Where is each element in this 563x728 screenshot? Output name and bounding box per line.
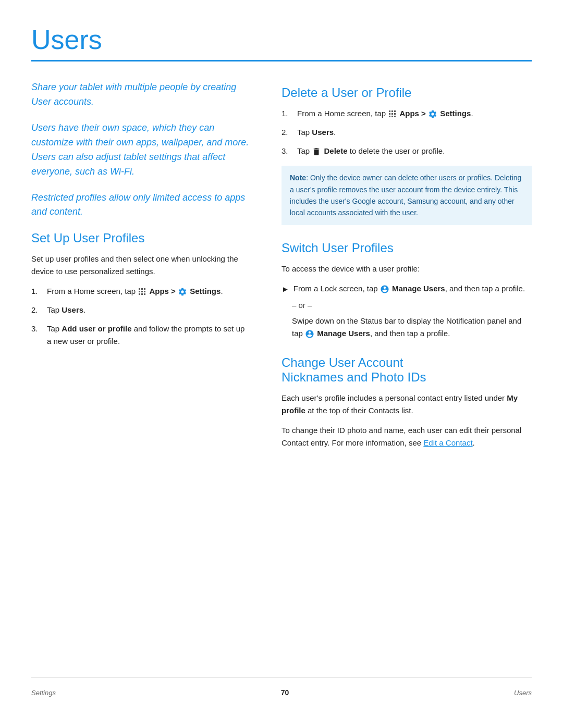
switch-intro: To access the device with a user profile… [282, 263, 532, 275]
setup-step-2: 2. Tap Users. [31, 304, 250, 316]
change-para1-after: at the top of their Contacts list. [305, 406, 413, 415]
or-after: , and then tap a profile. [370, 329, 450, 338]
step-content-1: From a Home screen, tap Apps > Settings. [47, 285, 250, 298]
manage-users-icon [380, 285, 389, 294]
step-num-1: 1. [31, 285, 43, 298]
change-section: Change User Account Nicknames and Photo … [282, 355, 532, 449]
settings-label-2: Settings [440, 109, 471, 118]
note-text: : Only the device owner can delete other… [290, 174, 521, 217]
intro-para-1: Share your tablet with multiple people b… [31, 80, 250, 109]
apps-label: Apps > [149, 287, 175, 295]
delete-heading: Delete a User or Profile [282, 85, 532, 100]
apps-icon-2 [388, 110, 397, 118]
setup-section: Set Up User Profiles Set up user profile… [31, 231, 250, 348]
delete-step-3: 3. Tap Delete to delete the user or prof… [282, 145, 532, 157]
delete-icon [312, 147, 321, 156]
settings-label: Settings [190, 287, 221, 295]
manage-users-label-2: Manage Users [317, 329, 370, 338]
footer: Settings 70 Users [31, 677, 532, 697]
left-column: Share your tablet with multiple people b… [31, 80, 250, 677]
apps-label-2: Apps > [399, 109, 425, 118]
change-para1-text: Each user's profile includes a personal … [282, 393, 507, 402]
setup-heading: Set Up User Profiles [31, 231, 250, 245]
setup-step-1: 1. From a Home screen, tap Apps > Settin… [31, 285, 250, 298]
delete-note: Note: Only the device owner can delete o… [282, 166, 532, 225]
delete-step-num-2: 2. [282, 126, 293, 139]
add-user-label: Add user or profile [62, 324, 131, 333]
apps-icon [138, 288, 146, 296]
change-para2: To change their ID photo and name, each … [282, 424, 532, 449]
or-text: – or – [292, 301, 532, 310]
manage-users-label: Manage Users [392, 284, 445, 293]
right-column: Delete a User or Profile 1. From a Home … [282, 80, 532, 677]
setup-steps: 1. From a Home screen, tap Apps > Settin… [31, 285, 250, 348]
title-rule [31, 60, 532, 61]
delete-label: Delete [324, 146, 348, 155]
step-num-2: 2. [31, 304, 43, 316]
manage-users-icon-2 [305, 329, 314, 339]
delete-step-content-2: Tap Users. [297, 126, 532, 139]
change-heading-line2: Nicknames and Photo IDs [282, 370, 426, 384]
delete-step-content-3: Tap Delete to delete the user or profile… [297, 145, 532, 157]
tap-users-label: Users [62, 305, 83, 314]
change-para1: Each user's profile includes a personal … [282, 392, 532, 417]
footer-page-number: 70 [281, 688, 289, 697]
switch-bullet-content: From a Lock screen, tap Manage Users, an… [293, 282, 532, 295]
change-heading: Change User Account Nicknames and Photo … [282, 355, 532, 385]
change-para2-before: To change their ID photo and name, each … [282, 426, 521, 447]
switch-section: Switch User Profiles To access the devic… [282, 241, 532, 340]
change-para2-after: . [473, 438, 475, 447]
settings-icon-2 [428, 109, 437, 119]
tap-users-label-2: Users [312, 128, 334, 137]
switch-bullet: ► From a Lock screen, tap Manage Users, … [282, 282, 532, 295]
delete-section: Delete a User or Profile 1. From a Home … [282, 85, 532, 225]
delete-step-content-1: From a Home screen, tap Apps > Settings. [297, 107, 532, 120]
footer-right: Users [514, 689, 532, 697]
intro-para-3: Restricted profiles allow only limited a… [31, 191, 250, 220]
step-content-3: Tap Add user or profile and follow the p… [47, 323, 250, 348]
delete-steps: 1. From a Home screen, tap Apps > Settin… [282, 107, 532, 157]
delete-step-2: 2. Tap Users. [282, 126, 532, 139]
or-description: Swipe down on the Status bar to display … [292, 315, 532, 340]
setup-step-3: 3. Tap Add user or profile and follow th… [31, 323, 250, 348]
footer-left: Settings [31, 689, 56, 697]
settings-icon [178, 287, 187, 297]
content-columns: Share your tablet with multiple people b… [31, 80, 532, 677]
delete-step-num-1: 1. [282, 107, 293, 120]
note-label: Note [290, 174, 306, 182]
edit-contact-link[interactable]: Edit a Contact [423, 438, 472, 447]
change-heading-line1: Change User Account [282, 355, 403, 369]
page-title: Users [31, 25, 532, 55]
delete-step-1: 1. From a Home screen, tap Apps > Settin… [282, 107, 532, 120]
delete-step-num-3: 3. [282, 145, 293, 157]
step-num-3: 3. [31, 323, 43, 335]
step-content-2: Tap Users. [47, 304, 250, 316]
intro-para-2: Users have their own space, which they c… [31, 121, 250, 179]
setup-intro: Set up user profiles and then select one… [31, 253, 250, 278]
page: Users Share your tablet with multiple pe… [0, 0, 563, 728]
bullet-arrow: ► [282, 283, 289, 295]
switch-heading: Switch User Profiles [282, 241, 532, 255]
